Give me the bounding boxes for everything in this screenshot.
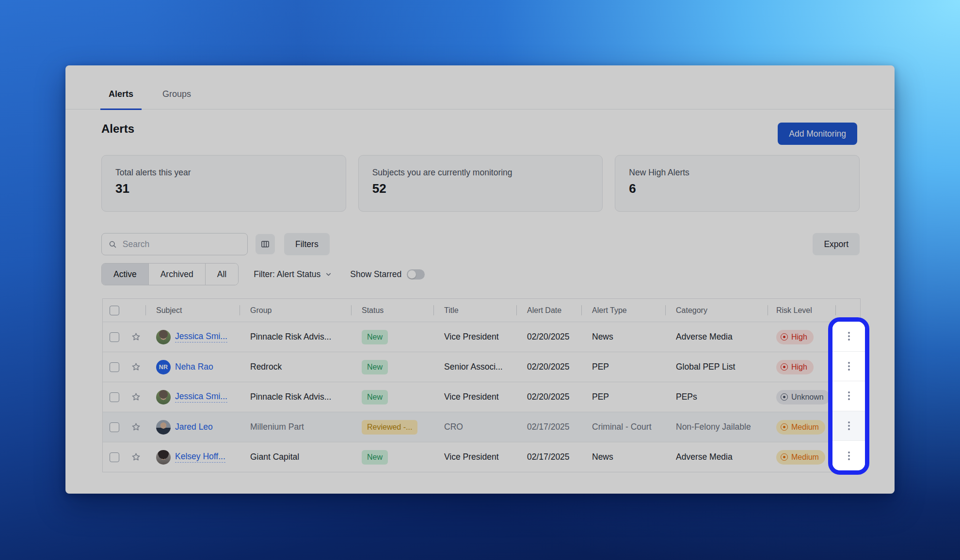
row-actions-menu-button[interactable] <box>845 419 853 433</box>
row-actions-menu-button[interactable] <box>845 449 853 463</box>
row-actions-menu-button[interactable] <box>845 389 853 403</box>
app-window: Alerts Groups Alerts Add Monitoring Tota… <box>65 65 895 494</box>
row-actions-menu-button[interactable] <box>845 329 853 343</box>
dim-overlay <box>65 65 895 494</box>
row-actions-column-highlight <box>828 317 869 475</box>
desktop-background: Alerts Groups Alerts Add Monitoring Tota… <box>0 0 960 560</box>
row-actions-menu-button[interactable] <box>845 359 853 373</box>
